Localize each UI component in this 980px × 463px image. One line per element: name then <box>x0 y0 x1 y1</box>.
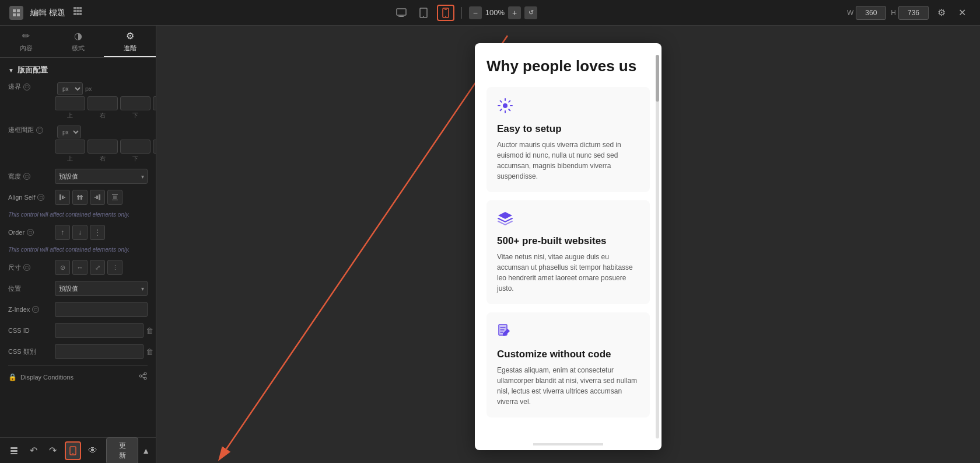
width-select[interactable]: 預設值 100% 自訂 <box>55 169 148 184</box>
padding-top-input[interactable] <box>55 140 85 154</box>
svg-rect-11 <box>76 13 79 15</box>
grid-icon[interactable] <box>72 6 83 19</box>
svg-rect-9 <box>79 10 82 12</box>
zoom-out-btn[interactable]: − <box>469 6 482 19</box>
align-start-btn[interactable] <box>55 190 70 205</box>
preview-scrollbar[interactable] <box>656 55 659 438</box>
layers-btn[interactable] <box>6 441 22 460</box>
feature-desc-2: Egestas aliquam, enim at consectetur ull… <box>497 365 639 407</box>
svg-rect-6 <box>79 7 82 9</box>
align-self-hint: This control will affect contained eleme… <box>8 211 148 219</box>
mobile-view-btn[interactable] <box>65 441 81 460</box>
order-more-btn[interactable]: ⋮ <box>90 225 105 240</box>
feature-icon-layers <box>497 211 639 229</box>
zoom-in-btn[interactable]: + <box>508 6 521 19</box>
svg-rect-8 <box>76 10 79 12</box>
margin-unit-select[interactable]: px % em <box>57 82 83 95</box>
padding-right-input[interactable] <box>88 140 118 154</box>
svg-rect-3 <box>17 13 20 16</box>
order-control: ↑ ↓ ⋮ <box>55 225 148 240</box>
align-self-row: Align Self □ <box>8 190 148 205</box>
left-panel: ✏ 內容 ◑ 樣式 ⚙ 進階 ▼ 版面配置 邊界 □ <box>0 26 156 463</box>
size-none-btn[interactable]: ⊘ <box>55 260 70 275</box>
padding-left-input[interactable] <box>153 140 156 154</box>
svg-rect-32 <box>113 196 117 199</box>
zoom-reset-btn[interactable]: ↺ <box>524 6 537 19</box>
lock-icon: 🔒 <box>8 373 17 381</box>
width-row: 寬度 □ 預設值 100% 自訂 <box>8 169 148 184</box>
svg-point-35 <box>144 377 146 380</box>
tab-advanced[interactable]: ⚙ 進階 <box>104 26 156 57</box>
zindex-label: Z-Index □ <box>8 306 55 313</box>
css-class-input[interactable] <box>55 344 144 359</box>
margin-right-input[interactable] <box>88 96 118 110</box>
app-logo[interactable] <box>9 6 23 20</box>
align-stretch-btn[interactable] <box>107 190 123 205</box>
width-input[interactable] <box>856 6 886 20</box>
size-grow-btn[interactable]: ⤢ <box>90 260 105 275</box>
svg-rect-25 <box>78 195 79 200</box>
device-tablet-btn[interactable] <box>415 5 432 21</box>
svg-rect-15 <box>398 16 404 17</box>
css-id-trash-icon[interactable]: 🗑 <box>146 326 153 335</box>
css-id-row: CSS ID 🗑 <box>8 323 148 338</box>
tab-bar: ✏ 內容 ◑ 樣式 ⚙ 進階 <box>0 26 156 58</box>
padding-row: 邊框間距 □ px 🔗 <box>8 126 148 163</box>
order-btns: ↑ ↓ ⋮ <box>55 225 105 240</box>
margin-bottom-input[interactable] <box>120 96 150 110</box>
margin-top-input[interactable] <box>55 96 85 110</box>
margin-left-input[interactable] <box>153 96 156 110</box>
tab-content[interactable]: ✏ 內容 <box>0 26 52 57</box>
css-class-trash-icon[interactable]: 🗑 <box>146 347 153 356</box>
svg-rect-4 <box>74 7 76 9</box>
padding-unit-select[interactable]: px <box>57 126 81 138</box>
undo-btn[interactable]: ↷ <box>45 441 61 460</box>
settings-icon[interactable]: ⚙ <box>933 5 950 21</box>
plabel-bottom: 下 <box>120 155 150 163</box>
display-conditions-icon[interactable] <box>138 371 148 382</box>
width-dropdown-wrapper: 預設值 100% 自訂 <box>55 169 148 184</box>
section-header-layout[interactable]: ▼ 版面配置 <box>8 65 148 75</box>
label-top: 上 <box>55 112 85 120</box>
align-center-btn[interactable] <box>72 190 88 205</box>
device-desktop-btn[interactable] <box>393 5 410 21</box>
margin-inputs: 🔗 <box>55 96 156 110</box>
feature-desc-0: Auctor mauris quis viverra dictum sed in… <box>497 140 639 182</box>
section-label: 版面配置 <box>18 65 48 75</box>
bottom-chevron-up[interactable]: ▲ <box>142 446 150 455</box>
align-end-btn[interactable] <box>90 190 105 205</box>
eye-btn[interactable]: 👁 <box>85 441 101 460</box>
css-id-input[interactable] <box>55 323 144 338</box>
height-input[interactable] <box>898 6 929 20</box>
update-button[interactable]: 更新 <box>106 437 138 464</box>
preview-bottom-handle <box>475 440 662 450</box>
zindex-info-icon: □ <box>32 306 39 313</box>
feature-item-1: 500+ pre-built websites Vitae netus nisi… <box>487 200 650 304</box>
size-btns: ⊘ ↔ ⤢ ⋮ <box>55 260 123 275</box>
svg-line-37 <box>142 377 144 378</box>
svg-rect-30 <box>112 194 118 195</box>
position-select[interactable]: 預設值 Static Relative Absolute Fixed <box>55 281 148 296</box>
close-icon[interactable]: ✕ <box>954 5 971 21</box>
css-id-label: CSS ID <box>8 327 55 334</box>
svg-rect-21 <box>60 194 61 200</box>
feature-title-1: 500+ pre-built websites <box>497 235 639 247</box>
feature-icon-gear <box>497 98 639 117</box>
size-row: 尺寸 □ ⊘ ↔ ⤢ ⋮ <box>8 260 148 275</box>
size-shrink-btn[interactable]: ↔ <box>72 260 88 275</box>
order-down-btn[interactable]: ↓ <box>72 225 88 240</box>
tab-style[interactable]: ◑ 樣式 <box>52 26 104 57</box>
order-up-btn[interactable]: ↑ <box>55 225 70 240</box>
width-label: W <box>847 9 853 17</box>
zindex-input[interactable] <box>55 302 148 317</box>
device-mobile-btn[interactable] <box>437 5 454 21</box>
svg-rect-27 <box>99 194 100 200</box>
position-dropdown-wrapper: 預設值 Static Relative Absolute Fixed <box>55 281 148 296</box>
padding-bottom-input[interactable] <box>120 140 150 154</box>
height-label: H <box>891 9 896 17</box>
align-self-label: Align Self □ <box>8 194 55 201</box>
margin-label: 邊界 □ <box>8 82 55 91</box>
size-more-btn[interactable]: ⋮ <box>107 260 123 275</box>
history-btn[interactable]: ↶ <box>26 441 42 460</box>
tab-content-label: 內容 <box>20 44 33 53</box>
